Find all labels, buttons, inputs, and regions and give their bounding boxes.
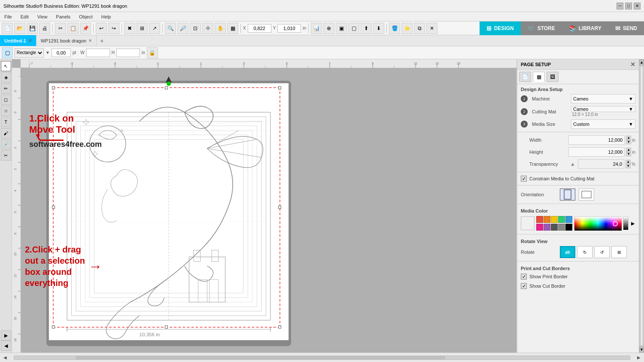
status-scroll-left[interactable]: ◀ [3,355,7,360]
scroll-thumb[interactable] [640,66,643,346]
panel-tab-grid[interactable]: ▦ [533,72,545,82]
show-print-checkbox[interactable]: ✓ [521,274,527,280]
transparency-up[interactable]: ▲ [626,160,631,164]
save-button[interactable]: 💾 [27,23,38,34]
width-field[interactable] [571,137,623,143]
show-cut-checkbox[interactable]: ✓ [521,283,527,289]
media-size-dropdown[interactable]: Custom ▼ [571,119,635,129]
panel-x-button[interactable]: ✕ [426,23,437,34]
menu-edit[interactable]: Edit [18,13,31,20]
swatch-pink[interactable] [536,224,543,231]
transparency-field[interactable] [580,161,622,167]
swatch-gray[interactable] [558,224,565,231]
eyedropper-tool[interactable]: 💉 [1,139,11,149]
zoom-fit-button[interactable]: ⊡ [190,23,201,34]
color-gradient[interactable] [574,216,621,230]
rotate-btn-3[interactable]: ↺ [594,246,610,258]
panel-tab-page[interactable]: 📄 [519,72,531,82]
width-up[interactable]: ▲ [626,136,631,140]
copy-button[interactable]: 📋 [67,23,79,34]
swatch-black[interactable] [565,224,572,231]
y-input[interactable] [277,24,301,33]
swatch-blue[interactable] [565,216,572,223]
menu-help[interactable]: Help [99,13,114,20]
tab-untitled[interactable]: Untitled-1 ✕ [0,35,36,46]
front-button[interactable]: ⬆ [361,23,372,34]
horizontal-scrollbar[interactable] [14,356,630,360]
expand-right[interactable]: ◀ [1,341,11,351]
expand-left[interactable]: ▶ [1,330,11,341]
menu-panels[interactable]: Panels [53,13,73,20]
panel-close-button[interactable]: ✕ [630,61,635,68]
replicate-button[interactable]: ⊞ [137,23,148,34]
scroll-up[interactable]: ▲ [639,59,644,65]
menu-view[interactable]: View [35,13,50,20]
shape-select[interactable]: Rectangle [15,48,44,58]
chart-button[interactable]: 📊 [311,23,322,34]
close-button[interactable]: ✕ [634,3,641,9]
rotate-btn-2[interactable]: ↻ [577,246,592,258]
ungroup-button[interactable]: ▢ [348,23,359,34]
cut-button[interactable]: ✂ [55,23,66,34]
constrain-checkbox[interactable]: ✓ [521,176,527,182]
target-button[interactable]: ⊕ [323,23,334,34]
hand-tool-button[interactable]: ✋ [215,23,226,34]
swatch-purple[interactable] [544,224,550,231]
tab-bookdragon[interactable]: WP1291 book dragon ✕ [36,35,97,46]
crop-tool[interactable]: ✂ [1,150,11,161]
cutting-mat-dropdown[interactable]: Cameo ▼ [571,106,635,112]
move-tool[interactable]: ↖ [1,61,11,71]
grid-button[interactable]: ▦ [227,23,238,34]
topnav-send[interactable]: ✉ SEND [608,21,644,35]
color-white[interactable] [521,216,535,230]
rotate-btn-4[interactable]: ⊞ [611,246,627,258]
status-scroll-right[interactable]: ▶ [637,355,641,360]
fill-button[interactable]: 🪣 [389,23,400,34]
shape-tool[interactable]: ☆ [1,106,11,116]
fill-tool[interactable]: 🖌 [1,128,11,138]
add-tab-button[interactable]: + [97,35,107,46]
eraser-tool[interactable]: ◻ [1,94,11,105]
swatch-green[interactable] [558,216,565,223]
open-button[interactable]: 📂 [14,23,25,34]
print-button[interactable]: 🖨 [39,23,50,34]
draw-tool[interactable]: ✏ [1,83,11,94]
zoom-out-button[interactable]: 🔎 [177,23,188,34]
transparency-down[interactable]: ▼ [626,164,631,168]
node-tool[interactable]: ◈ [1,72,11,82]
new-button[interactable]: 📄 [2,23,13,34]
back-button[interactable]: ⬇ [373,23,384,34]
scroll-down[interactable]: ▼ [639,347,644,353]
text-tool[interactable]: T [1,117,11,127]
width-input[interactable] [86,49,110,57]
minimize-button[interactable]: ─ [617,3,623,9]
x-input[interactable] [248,24,271,33]
brightness-slider[interactable] [623,216,629,230]
maximize-button[interactable]: □ [625,3,632,9]
width-down[interactable]: ▼ [626,140,631,144]
delete-button[interactable]: ✖ [124,23,135,34]
topnav-store[interactable]: 🛒 STORE [521,21,562,35]
redo-button[interactable]: ↪ [108,23,119,34]
group-button[interactable]: ▣ [336,23,347,34]
menu-object[interactable]: Object [76,13,95,20]
zero-input[interactable] [52,49,71,57]
star-button[interactable]: ⭐ [401,23,413,34]
select-btn[interactable]: ▢ [2,47,13,58]
height-down[interactable]: ▼ [626,152,631,156]
rotate-btn-1[interactable]: ab [560,246,575,258]
topnav-library[interactable]: 📚 LIBRARY [562,21,608,35]
menu-file[interactable]: File [2,13,15,20]
lock-btn[interactable]: 🔒 [147,47,158,58]
height-input[interactable] [116,49,140,57]
portrait-button[interactable] [560,189,575,201]
swatch-orange[interactable] [544,216,550,223]
swatch-yellow[interactable] [551,216,558,223]
zoom-in-button[interactable]: 🔍 [165,23,176,34]
landscape-button[interactable] [579,189,594,201]
panel-tab-img[interactable]: 🖼 [547,72,559,82]
color-arrow[interactable]: ▶ [630,221,635,226]
topnav-design[interactable]: ⊞ DESIGN [480,21,521,35]
transform-button[interactable]: ↗ [149,23,160,34]
height-field[interactable] [571,149,623,155]
